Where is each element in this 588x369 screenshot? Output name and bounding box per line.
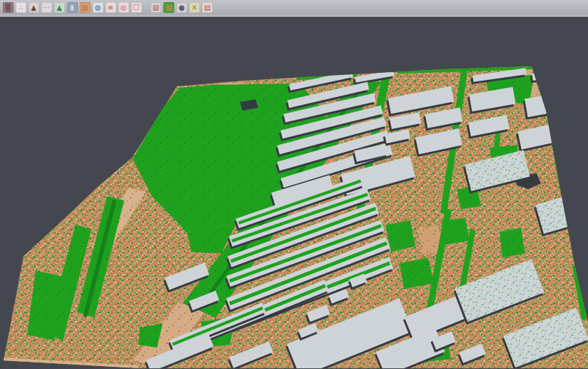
dem-icon[interactable]: ▲ — [54, 2, 65, 13]
crop-region-icon[interactable]: ☐ — [131, 2, 142, 13]
clip-box-icon[interactable]: ▧ — [151, 2, 161, 13]
sparse-points-icon[interactable]: ⋯ — [41, 2, 52, 13]
terrain-model-icon[interactable]: ▲ — [29, 2, 39, 13]
shaded-view-icon[interactable]: ● — [176, 2, 187, 13]
clip-box-icon-glyph: ▧ — [151, 2, 161, 13]
control-point-icon[interactable]: ◎ — [118, 2, 129, 13]
orthomosaic-icon[interactable]: ▦ — [80, 2, 91, 13]
sparse-points-icon-glyph: ⋯ — [41, 2, 52, 13]
terrain-model-icon-glyph: ▲ — [29, 2, 39, 13]
dem-icon-glyph: ▲ — [54, 2, 65, 13]
point-cloud-icon-glyph: ▒ — [3, 2, 14, 13]
align-points-icon[interactable]: ∴ — [16, 2, 26, 13]
building-model-icon-glyph: ▮ — [67, 2, 78, 13]
measure-icon-glyph: × — [189, 2, 200, 13]
measure-icon[interactable]: × — [189, 2, 200, 13]
contour-lines-icon[interactable]: ≡ — [106, 2, 116, 13]
orthomosaic-icon-glyph: ▦ — [80, 2, 91, 13]
contour-lines-icon-glyph: ≡ — [106, 2, 116, 13]
classification-view-icon[interactable]: ▩ — [163, 2, 174, 13]
viewport-3d[interactable] — [0, 18, 588, 368]
globe-icon[interactable]: ◍ — [93, 2, 103, 13]
shaded-view-icon-glyph: ● — [176, 2, 187, 13]
toolbar-icons: ▒∴▲⋯▲▮▦◍≡◎☐▧▩●×▤ — [1, 2, 214, 13]
globe-icon-glyph: ◍ — [93, 2, 103, 13]
report-icon[interactable]: ▤ — [202, 2, 213, 13]
control-point-icon-glyph: ◎ — [118, 2, 129, 13]
align-points-icon-glyph: ∴ — [16, 2, 26, 13]
point-cloud-icon[interactable]: ▒ — [3, 2, 14, 13]
building-model-icon[interactable]: ▮ — [67, 2, 78, 13]
crop-region-icon-glyph: ☐ — [131, 2, 142, 13]
toolbar: ▒∴▲⋯▲▮▦◍≡◎☐▧▩●×▤ — [0, 0, 588, 15]
report-icon-glyph: ▤ — [202, 2, 213, 13]
classification-view-icon-glyph: ▩ — [163, 2, 174, 13]
